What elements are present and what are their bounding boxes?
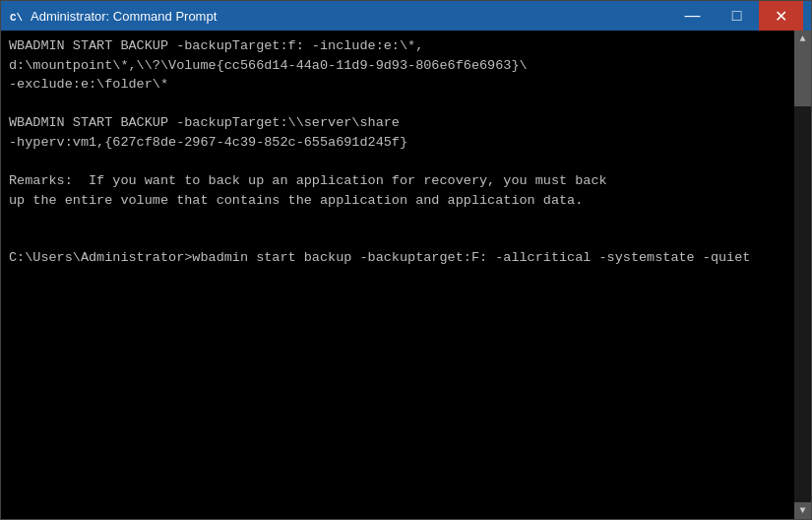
close-button[interactable]: ✕ <box>759 1 803 31</box>
title-bar: C\ Administrator: Command Prompt — □ ✕ <box>1 1 811 31</box>
terminal-output[interactable]: WBADMIN START BACKUP -backupTarget:f: -i… <box>1 31 794 519</box>
scroll-down-button[interactable]: ▼ <box>794 502 811 519</box>
scroll-up-button[interactable]: ▲ <box>794 31 811 47</box>
window-body: WBADMIN START BACKUP -backupTarget:f: -i… <box>1 31 811 519</box>
svg-text:C\: C\ <box>10 12 24 24</box>
window-controls: — □ ✕ <box>670 1 803 31</box>
minimize-button[interactable]: — <box>670 1 715 31</box>
cmd-icon: C\ <box>9 8 25 24</box>
maximize-button[interactable]: □ <box>715 1 759 31</box>
scroll-track[interactable] <box>794 47 811 502</box>
scrollbar[interactable]: ▲ ▼ <box>794 31 811 519</box>
window-title: Administrator: Command Prompt <box>31 9 670 24</box>
scroll-thumb[interactable] <box>794 47 811 106</box>
command-prompt-window: C\ Administrator: Command Prompt — □ ✕ W… <box>0 0 812 520</box>
